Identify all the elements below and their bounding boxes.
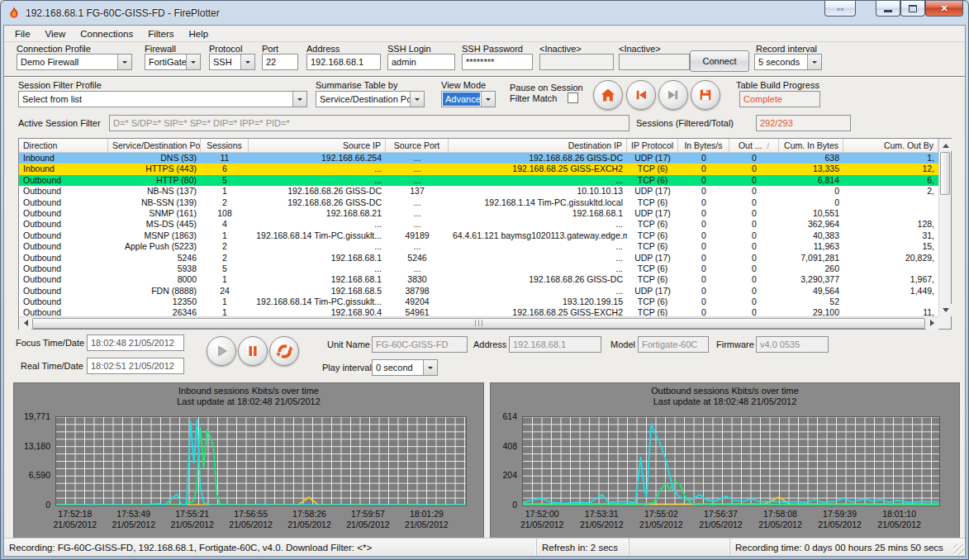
column-header-cum-out-by[interactable]: Cum. Out By [843,139,938,153]
table-row[interactable]: OutboundHTTP (80)5.........TCP (6)006,81… [19,175,938,186]
table-row[interactable]: Outbound80001192.168.68.13830192.168.68.… [19,274,938,285]
column-header-in-bytes-s[interactable]: In Bytes/s [678,139,729,153]
column-header-sessions[interactable]: Sessions [201,139,249,153]
close-button[interactable]: ✕ [925,1,963,17]
title-bar[interactable]: 192.168.68.1 FG-60C-GISS-FD - FirePlotte… [1,1,968,25]
menu-help[interactable]: Help [182,27,216,40]
session-filter-profile-select[interactable]: Select from list [18,91,307,107]
table-row[interactable]: OutboundNB-NS (137)1192.168.68.26 GISS-D… [19,186,938,197]
scroll-left-button[interactable] [19,317,31,330]
menu-file[interactable]: File [7,27,38,40]
play-button[interactable] [207,336,236,366]
table-cell: 31, [843,230,938,241]
y-tick-label: 13,180 [14,441,50,451]
column-header-service-destination-port[interactable]: Service/Destination Port [108,139,201,153]
connection-profile-label: Connection Profile [17,44,91,54]
skip-back-icon [630,84,652,106]
ssh-password-input[interactable]: ******** [462,54,533,70]
table-cell: 0 [729,263,779,274]
table-cell: 192.168.68.5 [249,286,386,297]
chevron-down-icon[interactable] [410,92,424,107]
scroll-up-button[interactable] [939,139,952,151]
refresh-button[interactable] [269,336,299,366]
app-flame-icon [7,7,21,20]
table-cell: 260 [779,263,843,274]
table-cell: ... [449,219,627,230]
table-cell: ... [249,164,386,174]
table-row[interactable]: Outbound123501192.168.68.14 Tim-PC.gissu… [19,297,938,307]
protocol-label: Protocol [209,44,242,54]
port-input[interactable]: 22 [262,54,298,70]
table-cell: 362,964 [779,219,843,230]
skip-forward-button[interactable] [658,80,688,110]
table-cell: ... [386,197,449,208]
column-header-direction[interactable]: Direction [19,139,108,153]
connect-button[interactable]: Connect [690,50,749,72]
protocol-select[interactable]: SSH [209,54,255,70]
outbound-chart-title: Outbound sessions Kbits/s over time [491,386,959,396]
horizontal-scrollbar[interactable] [19,316,938,329]
chevron-down-icon[interactable] [117,55,131,69]
pause-on-filter-match-checkbox[interactable] [568,93,578,103]
scroll-right-button[interactable] [926,317,938,330]
table-row[interactable]: InboundHTTPS (443)6......192.168.68.25 G… [19,164,938,174]
dock-arrows-button[interactable]: ⇔ [824,1,856,17]
table-row[interactable]: OutboundApple Push (5223)2.........TCP (… [19,241,938,252]
table-cell: 3830 [386,274,449,285]
active-session-filter-value[interactable]: D=* S/DP=* SIP=* SP=* DIP=* IPP=* PID=* [109,115,629,131]
view-mode-select[interactable]: Advanced [441,91,496,107]
maximize-button[interactable] [900,1,925,17]
menu-filters[interactable]: Filters [140,27,181,40]
play-interval-select[interactable]: 0 second [372,359,438,376]
table-row[interactable]: Outbound59385.........TCP (6)00260 [19,263,938,274]
save-button[interactable] [691,80,720,110]
table-row[interactable]: OutboundFDN (8888)24192.168.68.538798...… [19,286,938,297]
column-header-destination-ip[interactable]: Destination IP [449,139,627,153]
chevron-down-icon[interactable] [240,55,254,69]
chevron-down-icon[interactable] [481,92,495,107]
vertical-scrollbar[interactable] [938,139,951,316]
table-cell: Outbound [19,219,108,230]
column-header-cum-in-bytes[interactable]: Cum. In Bytes [779,139,843,153]
chevron-down-icon[interactable] [186,55,200,69]
horizontal-scroll-thumb[interactable] [32,318,925,329]
chevron-down-icon[interactable] [292,92,306,107]
vertical-scroll-thumb[interactable] [940,152,950,195]
menu-view[interactable]: View [38,27,74,40]
table-cell: Outbound [19,286,108,297]
scroll-down-button[interactable] [939,304,952,316]
table-cell: TCP (6) [627,241,678,252]
skip-back-button[interactable] [626,80,656,110]
menu-connections[interactable]: Connections [73,27,140,40]
table-cell: 0 [729,208,779,219]
record-interval-select[interactable]: 5 seconds [754,54,822,70]
column-header-out-[interactable]: Out .../ [729,139,779,153]
inactive1-label: <Inactive> [539,44,582,54]
table-row[interactable]: OutboundSNMP (161)108192.168.68.21...192… [19,208,938,219]
minimize-button[interactable] [876,1,900,17]
summarise-table-select[interactable]: Service/Destination Port [316,91,425,107]
table-row[interactable]: OutboundNB-SSN (139)2192.168.68.26 GISS-… [19,197,938,208]
real-time-value: 18:02:51 21/05/2012 [87,358,184,374]
table-cell: ... [386,208,449,219]
ssh-login-input[interactable]: admin [387,54,455,70]
resize-grip[interactable] [953,544,964,555]
table-row[interactable]: OutboundMSNP (1863)1192.168.68.14 Tim-PC… [19,230,938,241]
pause-button[interactable] [238,336,268,366]
home-button[interactable] [593,80,623,110]
inbound-chart-title: Inbound sessions Kbits/s over time [14,386,483,396]
firewall-select[interactable]: FortiGate [145,54,201,70]
column-header-ip-protocol[interactable]: IP Protocol [627,139,678,153]
inbound-chart: Inbound sessions Kbits/s over time Last … [13,382,484,539]
table-row[interactable]: Outbound52462192.168.68.15246...UDP (17)… [19,253,938,263]
chevron-down-icon[interactable] [807,55,821,69]
address-input[interactable]: 192.168.68.1 [306,54,381,70]
table-cell: Outbound [19,197,108,208]
connection-profile-select[interactable]: Demo Firewall [17,54,132,70]
column-header-source-port[interactable]: Source Port [386,139,449,153]
table-row[interactable]: OutboundMS-DS (445)4.........TCP (6)0036… [19,219,938,230]
chevron-down-icon[interactable] [423,360,437,375]
column-header-source-ip[interactable]: Source IP [249,139,386,153]
table-cell: 192.168.68.14 Tim-PC.gissuklt... [249,297,386,307]
table-row[interactable]: InboundDNS (53)11192.168.66.254...192.16… [19,153,938,164]
